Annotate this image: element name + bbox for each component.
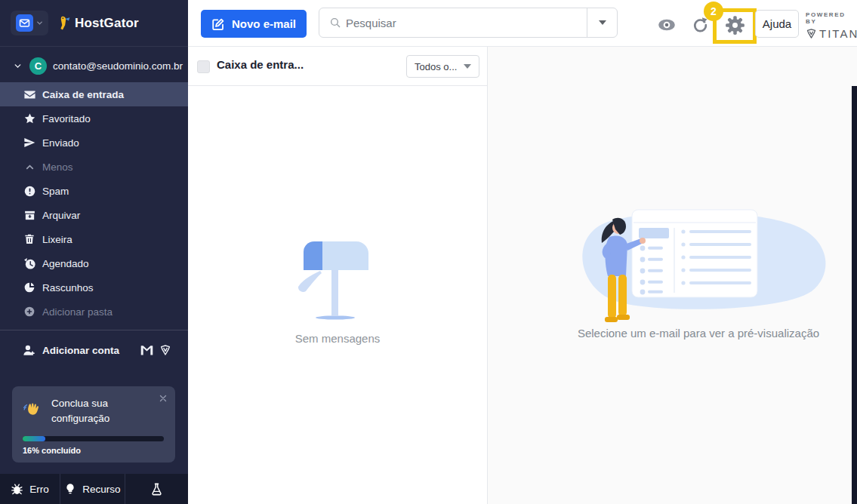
folder-list: Caixa de entrada Favoritado Enviado	[0, 82, 188, 324]
filter-label: Todos o...	[415, 61, 457, 72]
add-folder-icon	[23, 305, 36, 318]
compose-label: Novo e-mail	[232, 17, 296, 30]
send-icon	[23, 136, 36, 149]
account-email: contato@seudominio.com.br	[53, 60, 183, 72]
report-error-label: Erro	[29, 484, 49, 495]
powered-by-label: POWERED BY	[806, 11, 857, 25]
sidebar: HostGator C contato@seudominio.com.br	[0, 0, 188, 474]
sidebar-brand-row: HostGator	[0, 0, 188, 47]
settings-button[interactable]	[724, 14, 745, 35]
sidebar-item-spam[interactable]: Spam	[0, 179, 188, 203]
sidebar-item-scheduled[interactable]: Agendado	[0, 251, 188, 275]
setup-progress-label: 16% concluído	[23, 446, 81, 455]
refresh-icon	[691, 16, 709, 34]
search-options-dropdown[interactable]	[587, 8, 617, 37]
envelope-app-icon	[16, 14, 33, 32]
account-selector[interactable]: C contato@seudominio.com.br	[0, 54, 188, 78]
chevron-down-icon	[35, 19, 44, 27]
titan-label: TITAN	[819, 27, 857, 40]
chevron-down-icon	[13, 61, 23, 71]
powered-by-titan: POWERED BY TITAN	[806, 11, 857, 40]
star-icon	[23, 112, 36, 125]
schedule-icon	[23, 257, 36, 270]
flask-icon	[150, 482, 164, 496]
add-account-button[interactable]: Adicionar conta	[0, 338, 188, 362]
sidebar-item-starred[interactable]: Favoritado	[0, 106, 188, 131]
person-add-icon	[22, 343, 36, 358]
message-list-panel: Caixa de entra... Todos o... Sem mensage…	[188, 47, 488, 504]
eye-icon	[657, 15, 677, 35]
setup-progress-fill	[23, 436, 45, 441]
top-toolbar: Novo e-mail	[188, 0, 857, 47]
sidebar-divider	[0, 330, 188, 330]
filter-dropdown[interactable]: Todos o...	[406, 55, 479, 78]
right-edge-strip	[852, 86, 857, 504]
bug-icon	[11, 483, 23, 496]
setup-card-title: Conclua sua configuração	[51, 396, 143, 426]
request-feature-label: Recurso	[82, 484, 120, 495]
sidebar-item-sent[interactable]: Enviado	[0, 131, 188, 155]
waving-hand-icon	[22, 401, 42, 420]
spam-icon	[23, 184, 36, 198]
search-bar	[319, 8, 618, 38]
sidebar-item-drafts[interactable]: Rascunhos	[0, 275, 188, 300]
trash-icon	[23, 232, 36, 246]
drafts-icon	[23, 281, 36, 294]
titan-shield-icon	[159, 344, 171, 356]
message-list-header: Caixa de entra... Todos o...	[188, 47, 487, 86]
close-icon[interactable]	[158, 393, 168, 404]
chevron-down-icon	[464, 64, 471, 69]
inbox-icon	[23, 88, 36, 101]
hostgator-mascot-icon	[58, 15, 71, 32]
list-title: Caixa de entra...	[217, 58, 304, 71]
read-toggle-button[interactable]	[656, 14, 677, 35]
chevron-up-icon	[23, 160, 36, 174]
preview-panel: Selecione um e-mail para ver a pré-visua…	[488, 47, 857, 504]
account-avatar: C	[29, 57, 47, 75]
hostgator-logo[interactable]: HostGator	[58, 15, 139, 32]
setup-progress-track	[23, 436, 164, 441]
archive-icon	[23, 208, 36, 222]
sidebar-item-less[interactable]: Menos	[0, 155, 188, 179]
sidebar-item-add-folder[interactable]: Adicionar pasta	[0, 300, 188, 324]
compose-button[interactable]: Novo e-mail	[201, 10, 307, 38]
search-icon	[329, 17, 341, 29]
sidebar-item-trash[interactable]: Lixeira	[0, 227, 188, 251]
hostgator-brand-label: HostGator	[75, 16, 139, 31]
labs-button[interactable]	[125, 474, 188, 504]
empty-list-text: Sem mensagens	[188, 332, 487, 345]
sidebar-item-inbox[interactable]: Caixa de entrada	[0, 82, 188, 106]
compose-icon	[211, 17, 225, 31]
report-error-button[interactable]: Erro	[0, 474, 60, 504]
sidebar-item-archive[interactable]: Arquivar	[0, 203, 188, 227]
lightbulb-icon	[64, 483, 76, 495]
gmail-icon	[140, 345, 153, 356]
search-input[interactable]	[341, 17, 587, 29]
refresh-button[interactable]	[689, 14, 711, 35]
request-feature-button[interactable]: Recurso	[60, 474, 125, 504]
gear-icon	[725, 15, 745, 35]
select-email-illustration	[563, 207, 834, 331]
titan-shield-icon	[806, 28, 817, 39]
app-switcher[interactable]	[11, 11, 48, 35]
webmail-app: Novo e-mail	[0, 0, 857, 504]
setup-progress-card[interactable]: Conclua sua configuração 16% concluído	[12, 386, 175, 463]
select-email-text: Selecione um e-mail para ver a pré-visua…	[514, 327, 857, 340]
empty-mailbox-illustration	[291, 238, 384, 322]
feedback-bar: Erro Recurso	[0, 474, 188, 504]
chevron-down-icon	[599, 20, 606, 25]
select-all-checkbox[interactable]	[197, 60, 210, 73]
help-button[interactable]: Ajuda	[755, 10, 799, 38]
